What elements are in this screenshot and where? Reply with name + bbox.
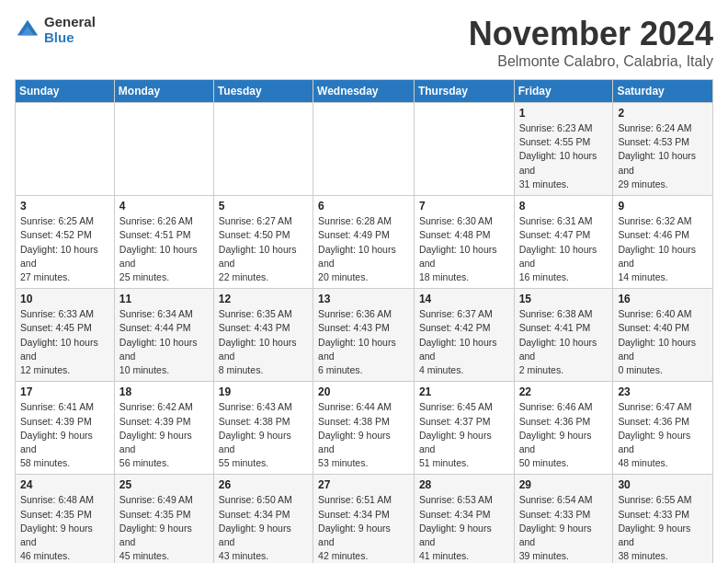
day-cell: 20Sunrise: 6:44 AMSunset: 4:38 PMDayligh… [313, 382, 415, 475]
day-cell: 14Sunrise: 6:37 AMSunset: 4:42 PMDayligh… [414, 289, 514, 382]
day-detail: Sunrise: 6:26 AMSunset: 4:51 PMDaylight:… [119, 214, 209, 284]
day-cell: 15Sunrise: 6:38 AMSunset: 4:41 PMDayligh… [514, 289, 613, 382]
week-row-1: 1Sunrise: 6:23 AMSunset: 4:55 PMDaylight… [16, 103, 713, 196]
day-cell: 17Sunrise: 6:41 AMSunset: 4:39 PMDayligh… [16, 382, 115, 475]
day-detail: Sunrise: 6:42 AMSunset: 4:39 PMDaylight:… [119, 400, 209, 470]
day-number: 18 [119, 385, 209, 398]
day-detail: Sunrise: 6:34 AMSunset: 4:44 PMDaylight:… [119, 307, 209, 377]
day-number: 3 [20, 200, 109, 213]
day-detail: Sunrise: 6:25 AMSunset: 4:52 PMDaylight:… [20, 214, 109, 284]
calendar-table: SundayMondayTuesdayWednesdayThursdayFrid… [15, 79, 713, 563]
day-detail: Sunrise: 6:32 AMSunset: 4:46 PMDaylight:… [618, 214, 708, 284]
day-detail: Sunrise: 6:28 AMSunset: 4:49 PMDaylight:… [318, 214, 409, 284]
day-number: 11 [119, 293, 209, 305]
day-cell: 29Sunrise: 6:54 AMSunset: 4:33 PMDayligh… [514, 475, 613, 563]
day-number: 19 [219, 385, 308, 398]
day-detail: Sunrise: 6:41 AMSunset: 4:39 PMDaylight:… [20, 400, 109, 470]
day-number: 14 [419, 293, 509, 305]
day-number: 1 [519, 107, 609, 120]
day-cell: 1Sunrise: 6:23 AMSunset: 4:55 PMDaylight… [514, 103, 613, 196]
day-number: 10 [20, 293, 109, 305]
day-detail: Sunrise: 6:53 AMSunset: 4:34 PMDaylight:… [419, 493, 509, 563]
day-number: 15 [519, 293, 609, 305]
day-detail: Sunrise: 6:36 AMSunset: 4:43 PMDaylight:… [318, 307, 409, 377]
day-cell: 6Sunrise: 6:28 AMSunset: 4:49 PMDaylight… [313, 196, 415, 289]
day-number: 20 [318, 385, 409, 398]
day-detail: Sunrise: 6:31 AMSunset: 4:47 PMDaylight:… [519, 214, 609, 284]
day-number: 25 [119, 478, 209, 491]
day-cell: 28Sunrise: 6:53 AMSunset: 4:34 PMDayligh… [414, 475, 514, 563]
day-cell: 5Sunrise: 6:27 AMSunset: 4:50 PMDaylight… [213, 196, 313, 289]
day-cell: 18Sunrise: 6:42 AMSunset: 4:39 PMDayligh… [114, 382, 213, 475]
day-cell: 10Sunrise: 6:33 AMSunset: 4:45 PMDayligh… [16, 289, 115, 382]
day-detail: Sunrise: 6:54 AMSunset: 4:33 PMDaylight:… [519, 493, 609, 563]
logo-text: General Blue [44, 15, 96, 45]
day-number: 21 [419, 385, 509, 398]
weekday-header-monday: Monday [114, 80, 213, 103]
day-number: 8 [519, 200, 609, 213]
day-cell: 21Sunrise: 6:45 AMSunset: 4:37 PMDayligh… [414, 382, 514, 475]
page-header: General Blue November 2024 Belmonte Cala… [15, 15, 713, 70]
day-detail: Sunrise: 6:40 AMSunset: 4:40 PMDaylight:… [618, 307, 708, 377]
weekday-header-row: SundayMondayTuesdayWednesdayThursdayFrid… [16, 80, 713, 103]
day-number: 6 [318, 200, 409, 213]
day-detail: Sunrise: 6:50 AMSunset: 4:34 PMDaylight:… [219, 493, 308, 563]
day-cell: 16Sunrise: 6:40 AMSunset: 4:40 PMDayligh… [613, 289, 713, 382]
day-cell: 24Sunrise: 6:48 AMSunset: 4:35 PMDayligh… [16, 475, 115, 563]
day-detail: Sunrise: 6:23 AMSunset: 4:55 PMDaylight:… [519, 121, 609, 191]
day-number: 24 [20, 478, 109, 491]
day-cell: 27Sunrise: 6:51 AMSunset: 4:34 PMDayligh… [313, 475, 415, 563]
day-cell: 13Sunrise: 6:36 AMSunset: 4:43 PMDayligh… [313, 289, 415, 382]
day-detail: Sunrise: 6:30 AMSunset: 4:48 PMDaylight:… [419, 214, 509, 284]
day-number: 26 [219, 478, 308, 491]
day-cell: 30Sunrise: 6:55 AMSunset: 4:33 PMDayligh… [613, 475, 713, 563]
week-row-4: 17Sunrise: 6:41 AMSunset: 4:39 PMDayligh… [16, 382, 713, 475]
day-detail: Sunrise: 6:35 AMSunset: 4:43 PMDaylight:… [219, 307, 308, 377]
day-number: 4 [119, 200, 209, 213]
weekday-header-thursday: Thursday [414, 80, 514, 103]
day-cell: 8Sunrise: 6:31 AMSunset: 4:47 PMDaylight… [514, 196, 613, 289]
day-number: 22 [519, 385, 609, 398]
day-number: 2 [618, 107, 708, 120]
day-number: 30 [618, 478, 708, 491]
day-cell: 4Sunrise: 6:26 AMSunset: 4:51 PMDaylight… [114, 196, 213, 289]
day-number: 12 [219, 293, 308, 305]
day-cell [16, 103, 115, 196]
weekday-header-wednesday: Wednesday [313, 80, 415, 103]
day-cell: 3Sunrise: 6:25 AMSunset: 4:52 PMDaylight… [16, 196, 115, 289]
day-detail: Sunrise: 6:47 AMSunset: 4:36 PMDaylight:… [618, 400, 708, 470]
day-number: 5 [219, 200, 308, 213]
day-detail: Sunrise: 6:51 AMSunset: 4:34 PMDaylight:… [318, 493, 409, 563]
day-cell: 7Sunrise: 6:30 AMSunset: 4:48 PMDaylight… [414, 196, 514, 289]
week-row-3: 10Sunrise: 6:33 AMSunset: 4:45 PMDayligh… [16, 289, 713, 382]
day-number: 7 [419, 200, 509, 213]
logo-icon [15, 17, 40, 43]
day-cell: 11Sunrise: 6:34 AMSunset: 4:44 PMDayligh… [114, 289, 213, 382]
day-cell [313, 103, 415, 196]
day-number: 29 [519, 478, 609, 491]
day-detail: Sunrise: 6:46 AMSunset: 4:36 PMDaylight:… [519, 400, 609, 470]
logo-blue-text: Blue [44, 30, 96, 46]
day-number: 28 [419, 478, 509, 491]
day-detail: Sunrise: 6:37 AMSunset: 4:42 PMDaylight:… [419, 307, 509, 377]
weekday-header-friday: Friday [514, 80, 613, 103]
weekday-header-saturday: Saturday [613, 80, 713, 103]
day-cell [114, 103, 213, 196]
day-cell: 26Sunrise: 6:50 AMSunset: 4:34 PMDayligh… [213, 475, 313, 563]
day-detail: Sunrise: 6:27 AMSunset: 4:50 PMDaylight:… [219, 214, 308, 284]
title-block: November 2024 Belmonte Calabro, Calabria… [469, 15, 713, 70]
day-cell: 12Sunrise: 6:35 AMSunset: 4:43 PMDayligh… [213, 289, 313, 382]
week-row-2: 3Sunrise: 6:25 AMSunset: 4:52 PMDaylight… [16, 196, 713, 289]
location-title: Belmonte Calabro, Calabria, Italy [469, 53, 713, 70]
day-cell [414, 103, 514, 196]
week-row-5: 24Sunrise: 6:48 AMSunset: 4:35 PMDayligh… [16, 475, 713, 563]
day-detail: Sunrise: 6:49 AMSunset: 4:35 PMDaylight:… [119, 493, 209, 563]
logo-general-text: General [44, 15, 96, 30]
day-number: 27 [318, 478, 409, 491]
day-cell: 9Sunrise: 6:32 AMSunset: 4:46 PMDaylight… [613, 196, 713, 289]
day-cell: 25Sunrise: 6:49 AMSunset: 4:35 PMDayligh… [114, 475, 213, 563]
day-detail: Sunrise: 6:24 AMSunset: 4:53 PMDaylight:… [618, 121, 708, 191]
weekday-header-tuesday: Tuesday [213, 80, 313, 103]
day-detail: Sunrise: 6:38 AMSunset: 4:41 PMDaylight:… [519, 307, 609, 377]
day-cell: 19Sunrise: 6:43 AMSunset: 4:38 PMDayligh… [213, 382, 313, 475]
